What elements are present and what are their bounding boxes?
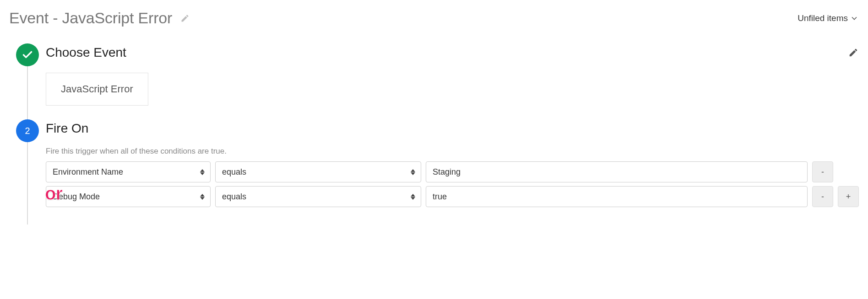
operator-value: equals (222, 192, 246, 202)
conditions-hint: Fire this trigger when all of these cond… (46, 147, 859, 156)
remove-condition-button[interactable]: - (812, 186, 833, 207)
steps: Choose Event JavaScript Error 2 Fire On … (9, 43, 859, 224)
operator-value: equals (222, 167, 246, 177)
step-complete-badge (16, 43, 39, 66)
step1-body: Choose Event JavaScript Error (46, 43, 859, 119)
step2-body: Fire On Fire this trigger when all of th… (46, 119, 859, 224)
step1-title: Choose Event (46, 45, 126, 60)
sort-icon (411, 192, 416, 201)
value-input[interactable] (426, 161, 808, 182)
step2-title: Fire On (46, 121, 88, 136)
add-condition-button[interactable]: + (838, 186, 859, 207)
variable-value: Environment Name (53, 167, 123, 177)
condition-row: Debug Mode equals - + (46, 186, 859, 207)
edit-title-icon[interactable] (179, 13, 190, 24)
step1-header: Choose Event (46, 45, 859, 60)
sort-icon (411, 168, 416, 176)
unfiled-items-dropdown[interactable]: Unfiled items (797, 13, 859, 23)
chevron-down-icon (850, 14, 859, 23)
or-label: or (45, 183, 62, 204)
step-choose-event: Choose Event JavaScript Error (9, 43, 859, 119)
unfiled-label: Unfiled items (797, 13, 848, 23)
condition-row: Environment Name equals - (46, 161, 859, 182)
selected-event-box[interactable]: JavaScript Error (46, 73, 148, 106)
step-fire-on: 2 Fire On Fire this trigger when all of … (9, 119, 859, 224)
timeline-col (9, 43, 46, 66)
check-icon (22, 49, 33, 61)
step2-header: Fire On (46, 121, 859, 136)
sort-icon (200, 168, 206, 176)
title-wrap: Event - JavaScript Error (9, 9, 190, 27)
step2-badge: 2 (16, 119, 39, 142)
remove-condition-button[interactable]: - (812, 161, 833, 182)
edit-step1-icon[interactable] (848, 47, 859, 58)
value-input[interactable] (426, 186, 808, 207)
timeline-col-2: 2 (9, 119, 46, 142)
operator-select[interactable]: equals (215, 186, 421, 207)
page-title: Event - JavaScript Error (9, 9, 172, 27)
timeline-line-2 (27, 142, 28, 224)
operator-select[interactable]: equals (215, 161, 421, 182)
page-header: Event - JavaScript Error Unfiled items (9, 9, 859, 27)
condition-wrap: or Debug Mode equals - + (46, 186, 859, 207)
variable-select[interactable]: Environment Name (46, 161, 211, 182)
sort-icon (200, 192, 206, 201)
variable-select[interactable]: Debug Mode (46, 186, 211, 207)
